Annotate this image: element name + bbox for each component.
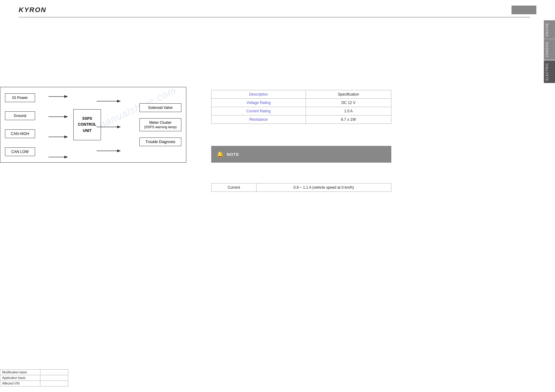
footer-vin-value <box>40 381 68 386</box>
tab-engine[interactable]: ENGINE <box>544 20 555 39</box>
table-row: Affected VIN <box>0 381 68 386</box>
specs-col2-header: Specification <box>306 90 391 99</box>
note-label: NOTE <box>227 152 239 157</box>
header-box <box>512 6 536 14</box>
tab-electric[interactable]: ELECTRIC <box>544 60 555 83</box>
footer-vin-label: Affected VIN <box>0 381 40 386</box>
note-box: 🔔 NOTE <box>211 146 391 163</box>
footer-table: Modification basis Application basis Aff… <box>0 369 68 386</box>
specs-col1-header: Description <box>212 90 306 99</box>
footer-mod-label: Modification basis <box>0 370 40 375</box>
current-label: Current <box>212 183 257 192</box>
current-table: Current 0.9 ~ 1.1 A (vehicle speed at 0 … <box>211 183 391 192</box>
diagram-outer: IG Power Ground CAN HIGH CAN LOW SSPS CO… <box>0 87 186 163</box>
input-can-high: CAN HIGH <box>5 129 35 138</box>
inputs-col: IG Power Ground CAN HIGH CAN LOW <box>5 93 35 156</box>
input-can-low: CAN LOW <box>5 147 35 156</box>
table-row: Current 0.9 ~ 1.1 A (vehicle speed at 0 … <box>212 183 391 192</box>
header-line <box>19 17 530 17</box>
table-row: Modification basis <box>0 370 68 375</box>
diagram-inner: IG Power Ground CAN HIGH CAN LOW SSPS CO… <box>5 93 181 156</box>
footer-mod-value <box>40 370 68 375</box>
table-row: Resistance 6.7 ± 1W <box>212 115 391 124</box>
header: KYRON <box>19 6 536 14</box>
diagram-area: IG Power Ground CAN HIGH CAN LOW SSPS CO… <box>0 87 193 163</box>
side-tabs: ENGINE CHASSIS ELECTRIC <box>544 20 555 83</box>
table-row: Voltage Rating DC 12 V <box>212 99 391 107</box>
specs-table: Description Specification Voltage Rating… <box>211 90 391 124</box>
output-solenoid: Solenoid Valve <box>139 103 181 112</box>
table-row: Application basis <box>0 375 68 381</box>
table-row: Current Rating 1.0 A <box>212 107 391 115</box>
footer-app-value <box>40 375 68 381</box>
center-ssps: SSPS CONTROL UNIT <box>73 109 101 140</box>
input-ig-power: IG Power <box>5 93 35 102</box>
outputs-col: Solenoid Valve Meter Cluster(SSPS warnin… <box>139 103 181 146</box>
output-meter: Meter Cluster(SSPS warning lamp) <box>139 118 181 131</box>
tab-chassis[interactable]: CHASSIS <box>544 39 555 60</box>
footer-app-label: Application basis <box>0 375 40 381</box>
logo: KYRON <box>19 6 46 14</box>
input-ground: Ground <box>5 111 35 120</box>
output-trouble: Trouble Diagnosis <box>139 137 181 146</box>
note-icon: 🔔 <box>217 151 224 158</box>
current-value: 0.9 ~ 1.1 A (vehicle speed at 0 km/h) <box>256 183 391 192</box>
